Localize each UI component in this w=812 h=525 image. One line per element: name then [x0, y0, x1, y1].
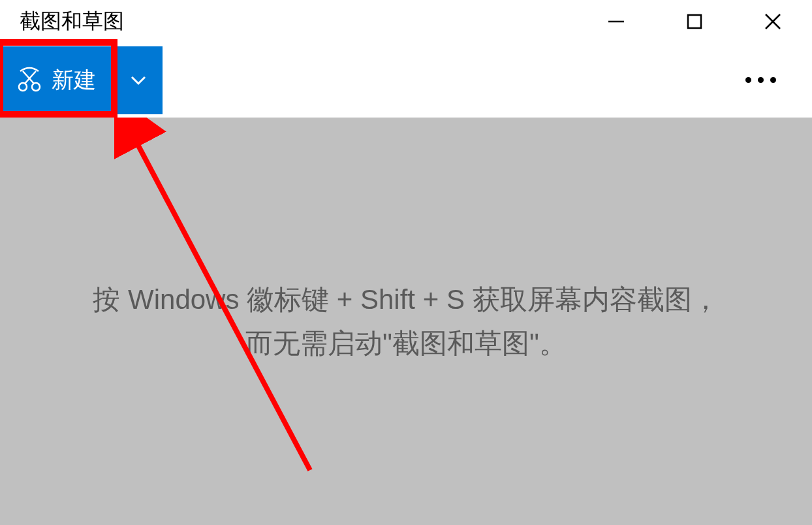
hint-line-2: 而无需启动"截图和草图"。 — [93, 321, 719, 365]
toolbar: 新建 — [0, 42, 812, 118]
more-dot-icon — [745, 77, 751, 83]
svg-line-6 — [25, 71, 36, 84]
maximize-button[interactable] — [655, 0, 734, 42]
maximize-icon — [684, 11, 705, 32]
title-bar: 截图和草图 — [0, 0, 812, 42]
svg-point-4 — [19, 83, 27, 91]
window-controls — [577, 0, 812, 42]
minimize-icon — [606, 11, 627, 32]
svg-line-7 — [23, 71, 34, 84]
minimize-button[interactable] — [577, 0, 655, 42]
close-button[interactable] — [734, 0, 812, 42]
toolbar-left: 新建 — [0, 42, 163, 118]
svg-rect-1 — [688, 15, 701, 28]
scissors-icon — [15, 66, 44, 95]
hint-text: 按 Windows 徽标键 + Shift + S 获取屏幕内容截图， 而无需启… — [54, 278, 758, 365]
more-dot-icon — [770, 77, 776, 83]
chevron-down-icon — [127, 69, 150, 92]
new-button[interactable]: 新建 — [0, 46, 111, 114]
close-icon — [762, 11, 783, 32]
svg-point-5 — [32, 83, 40, 91]
hint-line-1: 按 Windows 徽标键 + Shift + S 获取屏幕内容截图， — [93, 278, 719, 321]
more-button[interactable] — [736, 67, 786, 93]
window-title: 截图和草图 — [20, 7, 124, 36]
new-dropdown-button[interactable] — [114, 46, 163, 114]
more-dot-icon — [758, 77, 764, 83]
new-button-label: 新建 — [52, 65, 96, 95]
content-area: 按 Windows 徽标键 + Shift + S 获取屏幕内容截图， 而无需启… — [0, 118, 812, 525]
